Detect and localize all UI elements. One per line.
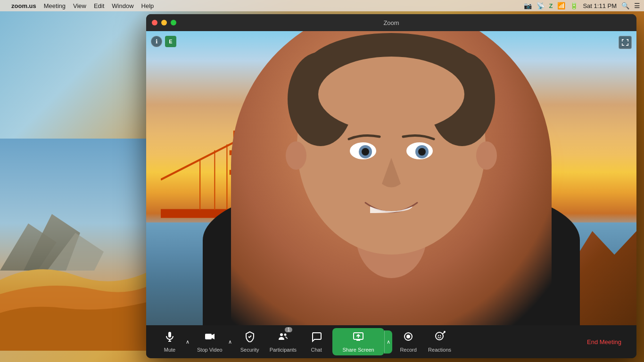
stop-video-button[interactable]: Stop Video bbox=[193, 328, 226, 355]
svg-marker-1 bbox=[0, 223, 57, 271]
participant-count: 1 bbox=[285, 327, 292, 332]
end-meeting-button[interactable]: End Meeting bbox=[581, 336, 627, 348]
window-title: Zoom bbox=[383, 19, 399, 26]
share-chevron[interactable]: ∧ bbox=[384, 330, 392, 354]
reactions-label: Reactions bbox=[428, 347, 451, 353]
chat-button[interactable]: Chat bbox=[302, 328, 330, 355]
toolbar: Mute ∧ Stop Video ∧ bbox=[146, 325, 636, 358]
list-menubar-icon[interactable]: ☰ bbox=[634, 2, 640, 9]
shield-svg bbox=[244, 331, 256, 342]
svg-point-52 bbox=[406, 335, 410, 338]
minimize-button[interactable] bbox=[161, 20, 167, 25]
svg-rect-41 bbox=[168, 332, 171, 337]
person-face-svg bbox=[226, 31, 556, 325]
svg-marker-3 bbox=[47, 233, 104, 271]
window-controls bbox=[152, 20, 176, 25]
app-name[interactable]: zoom.us bbox=[11, 2, 36, 9]
reactions-icon bbox=[434, 331, 446, 345]
mute-button[interactable]: Mute bbox=[156, 328, 184, 355]
svg-point-55 bbox=[439, 335, 440, 336]
svg-rect-44 bbox=[205, 334, 212, 339]
mute-label: Mute bbox=[164, 347, 175, 353]
chat-svg bbox=[311, 331, 322, 342]
desktop-landscape bbox=[0, 139, 151, 351]
share-svg bbox=[353, 331, 364, 342]
camera-icon bbox=[204, 331, 215, 345]
record-button[interactable]: Record bbox=[394, 328, 422, 355]
share-screen-button[interactable]: Share Screen bbox=[332, 328, 384, 355]
microphone-icon bbox=[164, 331, 175, 345]
e-badge[interactable]: E bbox=[165, 36, 176, 47]
menu-view[interactable]: View bbox=[73, 2, 86, 9]
clock: Sat 1:11 PM bbox=[583, 2, 617, 9]
menubar-right: 📷 📡 Z 📶 🔋 Sat 1:11 PM 🔍 ☰ bbox=[524, 2, 641, 9]
reactions-svg bbox=[434, 331, 446, 342]
mute-chevron[interactable]: ∧ bbox=[184, 338, 191, 346]
zoom-window: Zoom bbox=[146, 14, 636, 358]
toolbar-items: Mute ∧ Stop Video ∧ bbox=[156, 328, 581, 355]
participants-button[interactable]: 1 Participants bbox=[266, 328, 300, 355]
info-icon[interactable]: ℹ bbox=[151, 36, 162, 47]
share-screen-label: Share Screen bbox=[342, 347, 374, 353]
record-label: Record bbox=[400, 347, 416, 353]
info-badge-area: ℹ E bbox=[151, 36, 176, 47]
search-menubar-icon[interactable]: 🔍 bbox=[621, 2, 629, 9]
svg-point-32 bbox=[318, 57, 464, 132]
svg-point-54 bbox=[438, 335, 438, 336]
video-chevron[interactable]: ∧ bbox=[226, 338, 234, 346]
menubar: zoom.us Meeting View Edit Window Help 📷 … bbox=[0, 0, 644, 11]
camera-menubar-icon: 📷 bbox=[524, 2, 532, 9]
participants-icon: 1 bbox=[277, 331, 289, 345]
maximize-button[interactable] bbox=[171, 20, 176, 25]
shield-icon bbox=[244, 331, 256, 345]
svg-point-39 bbox=[286, 141, 306, 170]
menu-window[interactable]: Window bbox=[112, 2, 133, 9]
svg-point-47 bbox=[284, 334, 287, 336]
battery-menubar-icon: 🔋 bbox=[570, 2, 578, 9]
svg-point-40 bbox=[476, 141, 497, 170]
svg-point-53 bbox=[436, 332, 443, 340]
menu-edit[interactable]: Edit bbox=[94, 2, 104, 9]
video-area: ℹ E bbox=[146, 31, 636, 325]
fullscreen-icon bbox=[621, 39, 629, 46]
camera-svg bbox=[204, 331, 215, 342]
svg-marker-2 bbox=[24, 214, 80, 271]
svg-point-38 bbox=[418, 148, 426, 156]
chat-icon bbox=[311, 331, 322, 345]
svg-point-46 bbox=[280, 333, 283, 336]
chat-label: Chat bbox=[311, 347, 322, 353]
stop-video-label: Stop Video bbox=[197, 347, 223, 353]
people-svg bbox=[277, 331, 289, 342]
svg-point-37 bbox=[362, 148, 369, 156]
participants-label: Participants bbox=[270, 347, 297, 353]
svg-marker-45 bbox=[212, 334, 215, 339]
reactions-button[interactable]: Reactions bbox=[424, 328, 455, 355]
titlebar: Zoom bbox=[146, 14, 636, 31]
close-button[interactable] bbox=[152, 20, 157, 25]
svg-rect-0 bbox=[0, 139, 151, 351]
wifi-menubar-icon: 📶 bbox=[557, 2, 565, 9]
menu-meeting[interactable]: Meeting bbox=[44, 2, 66, 9]
security-label: Security bbox=[240, 347, 259, 353]
security-button[interactable]: Security bbox=[236, 328, 264, 355]
svg-point-57 bbox=[444, 331, 446, 333]
record-icon bbox=[403, 331, 414, 345]
record-svg bbox=[403, 331, 414, 342]
mic-svg bbox=[164, 331, 175, 342]
share-screen-icon bbox=[353, 331, 364, 345]
fullscreen-button[interactable] bbox=[619, 36, 632, 49]
menubar-left: zoom.us Meeting View Edit Window Help bbox=[4, 2, 154, 9]
zoom-menubar-icon: Z bbox=[549, 2, 553, 9]
menu-help[interactable]: Help bbox=[141, 2, 154, 9]
cast-menubar-icon: 📡 bbox=[537, 2, 545, 9]
